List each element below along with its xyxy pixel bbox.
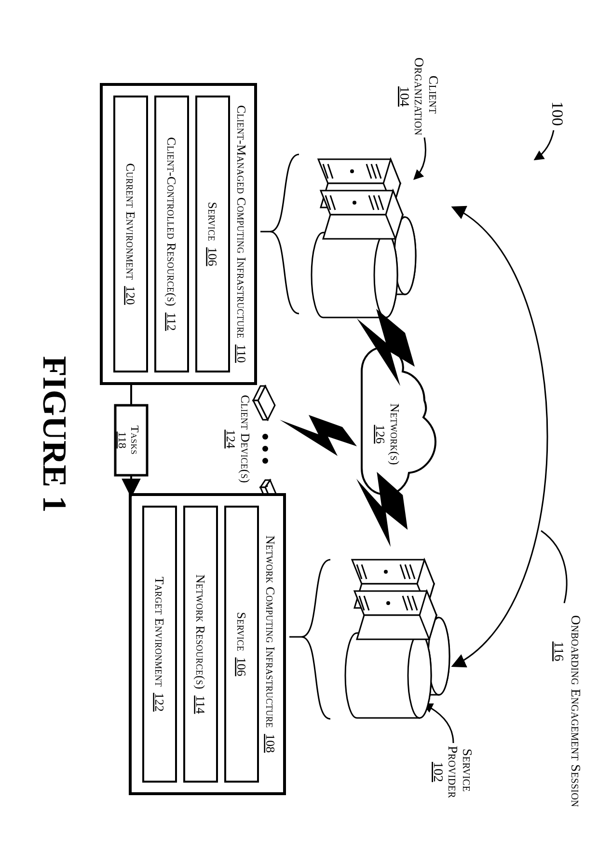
ellipsis-dot-icon bbox=[262, 434, 268, 440]
tasks-arrow: Tasks 118 bbox=[115, 384, 147, 495]
provider-server-icon bbox=[345, 560, 449, 718]
network-ref: 126 bbox=[373, 425, 387, 444]
network-infra-title: Network Computing Infrastructure 108 bbox=[263, 536, 277, 753]
ellipsis-dot-icon bbox=[262, 458, 268, 464]
network-infra-box: Network Computing Infrastructure 108 Ser… bbox=[130, 495, 285, 794]
svg-text:Service
        106: Service 106 bbox=[234, 612, 248, 676]
svg-point-23 bbox=[384, 570, 388, 574]
svg-point-19 bbox=[408, 633, 431, 718]
svg-text:Service
        106: Service 106 bbox=[205, 202, 219, 266]
client-infra-row-resources: Client-Controlled Resource(s) 112 bbox=[155, 96, 188, 372]
client-server-icon bbox=[312, 159, 416, 317]
svg-point-7 bbox=[350, 169, 354, 173]
figure-ref-100: 100 bbox=[535, 101, 567, 159]
svg-point-3 bbox=[374, 233, 397, 317]
client-org-text: Client Organization bbox=[412, 57, 441, 136]
network-infra-row-env: Target Environment 122 bbox=[143, 507, 176, 782]
network-infra-row-resources: Network Resource(s) 114 bbox=[184, 507, 217, 782]
svg-point-32 bbox=[266, 485, 268, 487]
service-provider-label: Service Provider 102 bbox=[424, 704, 475, 798]
client-infra-box: Client-Managed Computing Infrastructure … bbox=[101, 84, 256, 384]
bolt-down-icon bbox=[280, 415, 357, 456]
figure-ref-text: 100 bbox=[549, 101, 567, 126]
laptop-icon bbox=[253, 386, 275, 420]
client-infra-title: Client-Managed Computing Infrastructure … bbox=[234, 105, 248, 363]
service-provider-text: Service Provider bbox=[446, 746, 475, 799]
svg-point-29 bbox=[386, 601, 390, 605]
onboarding-session-arc: Onboarding Engagement Session 116 bbox=[453, 207, 584, 807]
client-devices: Client Device(s) 124 bbox=[224, 386, 277, 504]
diagram-svg: 100 Onboarding Engagement Session 116 Cl… bbox=[0, 0, 598, 868]
network-cloud-icon: Network(s) 126 bbox=[362, 347, 435, 495]
brace-right-icon bbox=[289, 560, 330, 719]
client-org-ref: 104 bbox=[397, 86, 412, 107]
tasks-ref: 118 bbox=[116, 431, 129, 448]
brace-left-icon bbox=[260, 154, 299, 314]
client-devices-label: Client Device(s) bbox=[238, 395, 252, 483]
client-org-label: Client Organization 104 bbox=[397, 57, 441, 179]
onboarding-ref: 116 bbox=[552, 642, 567, 661]
onboarding-label-line1: Onboarding Engagement Session bbox=[569, 615, 584, 807]
ellipsis-dot-icon bbox=[262, 446, 268, 452]
service-provider-ref: 102 bbox=[431, 762, 446, 782]
svg-text:Client-Controlled Resource(s)
: Client-Controlled Resource(s) 112 bbox=[164, 137, 178, 331]
tasks-label: Tasks bbox=[129, 426, 141, 455]
svg-point-13 bbox=[353, 201, 356, 205]
network-infra-row-service: Service 106 bbox=[225, 507, 258, 782]
figure-title: FIGURE 1 bbox=[36, 356, 73, 513]
network-label: Network(s) bbox=[388, 403, 402, 465]
client-devices-ref: 124 bbox=[224, 430, 238, 449]
client-infra-row-service: Service 106 bbox=[196, 96, 229, 372]
figure-1-page: 100 Onboarding Engagement Session 116 Cl… bbox=[0, 0, 598, 868]
client-infra-row-env: Current Environment 120 bbox=[114, 96, 147, 372]
